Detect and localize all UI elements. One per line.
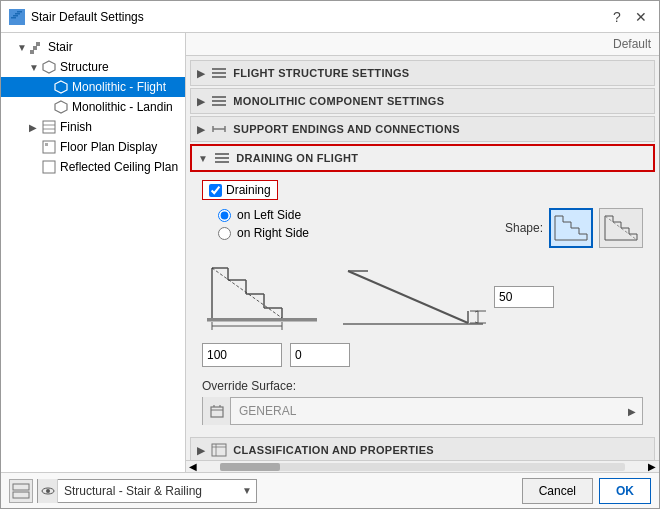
left-panel: ▼ Stair ▼ Structure bbox=[1, 33, 186, 472]
classification-icon bbox=[211, 442, 227, 458]
side-radio-group: on Left Side on Right Side bbox=[218, 208, 309, 240]
section-flight-structure[interactable]: ▶ FLIGHT STRUCTURE SETTINGS bbox=[190, 60, 655, 86]
override-dropdown-arrow[interactable]: ▶ bbox=[622, 397, 642, 425]
tree-item-floor-plan[interactable]: Floor Plan Display bbox=[1, 137, 185, 157]
floor-plan-label: Floor Plan Display bbox=[60, 140, 157, 154]
tree-item-stair[interactable]: ▼ Stair bbox=[1, 37, 185, 57]
support-endings-label: SUPPORT ENDINGS AND CONNECTIONS bbox=[233, 123, 459, 135]
ceiling-plan-label: Reflected Ceiling Plan bbox=[60, 160, 178, 174]
svg-rect-18 bbox=[212, 76, 226, 78]
right-panel: Default ▶ FLIGHT STRUCTURE SETTINGS bbox=[186, 33, 659, 472]
bottom-right: Cancel OK bbox=[522, 478, 651, 504]
svg-rect-27 bbox=[215, 161, 229, 163]
floor-plan-icon bbox=[41, 139, 57, 155]
svg-rect-4 bbox=[30, 50, 34, 54]
scroll-track bbox=[220, 463, 625, 471]
override-icon bbox=[203, 397, 231, 425]
bottom-left: Structural - Stair & Railing ▼ bbox=[9, 479, 522, 503]
svg-rect-77 bbox=[212, 444, 226, 456]
section-classification[interactable]: ▶ CLASSIFICATION AND PROPERTIES bbox=[190, 437, 655, 460]
input-100[interactable] bbox=[202, 343, 282, 367]
svg-rect-26 bbox=[215, 157, 229, 159]
tree-item-monolithic-landing[interactable]: Monolithic - Landin bbox=[1, 97, 185, 117]
flight-structure-label: FLIGHT STRUCTURE SETTINGS bbox=[233, 67, 409, 79]
finish-arrow: ▶ bbox=[29, 122, 41, 133]
monolithic-component-label: MONOLITHIC COMPONENT SETTINGS bbox=[233, 95, 444, 107]
svg-rect-15 bbox=[43, 161, 55, 173]
scroll-right-btn[interactable]: ▶ bbox=[645, 461, 659, 472]
structure-collapse-arrow: ▼ bbox=[29, 62, 41, 73]
close-button[interactable]: ✕ bbox=[631, 7, 651, 27]
tree-item-ceiling-plan[interactable]: Reflected Ceiling Plan bbox=[1, 157, 185, 177]
cancel-button[interactable]: Cancel bbox=[522, 478, 593, 504]
draining-checkbox[interactable] bbox=[209, 184, 222, 197]
right-header: Default bbox=[186, 33, 659, 56]
svg-rect-3 bbox=[17, 11, 22, 13]
view-eye-icon bbox=[38, 479, 58, 503]
help-button[interactable]: ? bbox=[607, 7, 627, 27]
monolithic-flight-icon bbox=[53, 79, 69, 95]
svg-line-48 bbox=[605, 216, 637, 240]
stair-diagram-left bbox=[202, 258, 322, 333]
scroll-thumb[interactable] bbox=[220, 463, 280, 471]
section-draining-on-flight[interactable]: ▼ DRAINING ON FLIGHT bbox=[190, 144, 655, 172]
override-surface-label: Override Surface: bbox=[202, 379, 643, 393]
svg-rect-2 bbox=[15, 13, 20, 15]
tree-item-structure[interactable]: ▼ Structure bbox=[1, 57, 185, 77]
radio-right-side[interactable]: on Right Side bbox=[218, 226, 309, 240]
finish-icon bbox=[41, 119, 57, 135]
finish-label: Finish bbox=[60, 120, 92, 134]
svg-point-83 bbox=[46, 489, 50, 493]
svg-rect-16 bbox=[212, 68, 226, 70]
svg-rect-17 bbox=[212, 72, 226, 74]
svg-marker-9 bbox=[55, 101, 67, 113]
structure-label: Structure bbox=[60, 60, 109, 74]
svg-rect-19 bbox=[212, 96, 226, 98]
left-side-label: on Left Side bbox=[237, 208, 301, 222]
horizontal-scrollbar[interactable]: ◀ ▶ bbox=[186, 460, 659, 472]
value-50-input[interactable] bbox=[494, 286, 554, 308]
svg-rect-64 bbox=[343, 323, 483, 325]
svg-rect-21 bbox=[212, 104, 226, 106]
section-monolithic-component[interactable]: ▶ MONOLITHIC COMPONENT SETTINGS bbox=[190, 88, 655, 114]
view-dropdown-arrow[interactable]: ▼ bbox=[238, 485, 256, 496]
draining-checkbox-label[interactable]: Draining bbox=[202, 180, 278, 200]
svg-rect-73 bbox=[211, 407, 223, 417]
flight-structure-arrow: ▶ bbox=[197, 68, 205, 79]
settings-area: ▶ FLIGHT STRUCTURE SETTINGS ▶ bbox=[186, 56, 659, 460]
draining-arrow: ▼ bbox=[198, 153, 208, 164]
draining-text: Draining bbox=[226, 183, 271, 197]
draining-checkbox-row: Draining bbox=[202, 180, 643, 200]
shape-option-2[interactable] bbox=[599, 208, 643, 248]
section-support-endings[interactable]: ▶ SUPPORT ENDINGS AND CONNECTIONS bbox=[190, 116, 655, 142]
svg-rect-25 bbox=[215, 153, 229, 155]
svg-rect-81 bbox=[13, 492, 29, 498]
override-surface-section: Override Surface: GENERAL bbox=[202, 379, 643, 425]
structure-icon bbox=[41, 59, 57, 75]
bottom-bar: Structural - Stair & Railing ▼ Cancel OK bbox=[1, 472, 659, 508]
main-dialog: Stair Default Settings ? ✕ ▼ Stair bbox=[0, 0, 660, 509]
radio-left-side[interactable]: on Left Side bbox=[218, 208, 309, 222]
input-0[interactable] bbox=[290, 343, 350, 367]
support-endings-icon bbox=[211, 121, 227, 137]
draining-icon bbox=[214, 150, 230, 166]
draining-content: Draining on Left Side on Righ bbox=[190, 174, 655, 435]
input-row-100-0 bbox=[202, 343, 643, 367]
svg-rect-0 bbox=[11, 17, 16, 19]
title-bar: Stair Default Settings ? ✕ bbox=[1, 1, 659, 33]
classification-arrow: ▶ bbox=[197, 445, 205, 456]
tree-item-finish[interactable]: ▶ Finish bbox=[1, 117, 185, 137]
scroll-left-btn[interactable]: ◀ bbox=[186, 461, 200, 472]
svg-line-65 bbox=[348, 271, 468, 323]
tree-item-monolithic-flight[interactable]: Monolithic - Flight bbox=[1, 77, 185, 97]
override-surface-row[interactable]: GENERAL ▶ bbox=[202, 397, 643, 425]
stair-collapse-arrow: ▼ bbox=[17, 42, 29, 53]
ok-button[interactable]: OK bbox=[599, 478, 651, 504]
right-side-radio[interactable] bbox=[218, 227, 231, 240]
left-side-radio[interactable] bbox=[218, 209, 231, 222]
svg-rect-6 bbox=[36, 42, 40, 46]
shape-option-1[interactable] bbox=[549, 208, 593, 248]
view-icon-box bbox=[9, 479, 33, 503]
svg-rect-13 bbox=[43, 141, 55, 153]
svg-rect-14 bbox=[45, 143, 48, 146]
